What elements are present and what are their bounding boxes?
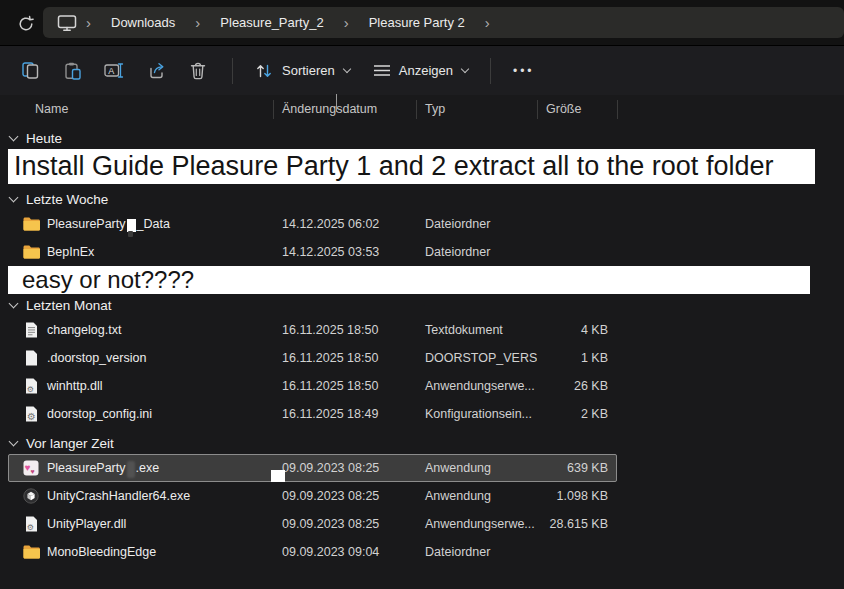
copy-button[interactable] — [12, 54, 48, 88]
folder-icon — [22, 216, 40, 233]
file-name: UnityCrashHandler64.exe — [8, 482, 273, 510]
svg-text:⚙: ⚙ — [26, 385, 33, 394]
file-type: Dateiordner — [416, 238, 537, 266]
file-type: Anwendung — [416, 482, 537, 510]
copy-icon — [22, 62, 39, 79]
column-header-type[interactable]: Typ — [416, 95, 537, 123]
breadcrumb-item-pleasure-party-2-zip[interactable]: Pleasure_Party_2 — [209, 7, 334, 38]
file-type: Dateiordner — [416, 538, 537, 566]
more-options-button[interactable]: ••• — [501, 54, 547, 88]
share-icon — [148, 62, 165, 79]
group-header-heute[interactable]: Heute — [0, 123, 844, 149]
column-header-date[interactable]: Änderungsdatum — [273, 95, 416, 123]
group-header-letzten-monat[interactable]: Letzten Monat — [0, 294, 844, 316]
cursor-artifact — [127, 219, 136, 232]
file-size — [537, 238, 617, 266]
title-bar: › Downloads › Pleasure_Party_2 › Pleasur… — [0, 0, 844, 45]
file-row[interactable]: UnityCrashHandler64.exe09.09.2023 08:25A… — [8, 482, 617, 510]
rename-button[interactable]: A — [96, 54, 132, 88]
toolbar-divider — [490, 58, 491, 84]
chevron-right-icon[interactable]: › — [476, 7, 499, 38]
breadcrumb-item-downloads[interactable]: Downloads — [100, 7, 186, 38]
svg-text:A: A — [108, 66, 114, 76]
chevron-right-icon[interactable]: › — [77, 7, 100, 38]
file-date: 16.11.2025 18:50 — [273, 344, 416, 372]
desktop-icon[interactable] — [57, 14, 77, 32]
view-menu-button[interactable]: Anzeigen — [362, 54, 480, 88]
file-name: ⚙winhttp.dll — [8, 372, 273, 400]
svg-text:⚙: ⚙ — [27, 411, 36, 422]
paint-artifact — [271, 470, 285, 482]
file-name: PleasureParty_Data — [8, 210, 273, 238]
file-date: 16.11.2025 18:50 — [273, 372, 416, 400]
breadcrumb: › Downloads › Pleasure_Party_2 › Pleasur… — [43, 7, 844, 38]
sort-menu-label: Sortieren — [282, 63, 335, 78]
group-rows-letzten-monat: changelog.txt16.11.2025 18:50Textdokumen… — [0, 316, 844, 428]
blur-artifact — [127, 461, 135, 478]
share-button[interactable] — [138, 54, 174, 88]
chevron-right-icon[interactable]: › — [186, 7, 209, 38]
file-name: ⚙UnityPlayer.dll — [8, 510, 273, 538]
breadcrumb-item-pleasure-party-2[interactable]: Pleasure Party 2 — [358, 7, 476, 38]
column-divider[interactable] — [273, 100, 274, 119]
file-type: Anwendungserwe... — [416, 510, 537, 538]
group-header-letzte-woche[interactable]: Letzte Woche — [0, 188, 844, 210]
group-header-vor-langer-zeit[interactable]: Vor langer Zeit — [0, 432, 844, 454]
chevron-down-icon — [343, 64, 351, 72]
column-divider[interactable] — [537, 100, 538, 119]
file-date: 14.12.2025 06:02 — [273, 210, 416, 238]
group-label: Vor langer Zeit — [26, 436, 114, 451]
delete-button[interactable] — [180, 54, 216, 88]
file-type: DOORSTOP_VERSI... — [416, 344, 537, 372]
chevron-down-icon — [9, 131, 19, 141]
sort-icon — [255, 63, 273, 79]
question-banner: easy or not???? — [8, 266, 810, 294]
trash-icon — [190, 62, 206, 80]
file-row[interactable]: BepInEx14.12.2025 03:53Dateiordner — [8, 238, 617, 266]
text-file-icon — [22, 322, 40, 339]
file-date: 16.11.2025 18:49 — [273, 400, 416, 428]
file-row[interactable]: ⚙doorstop_config.ini16.11.2025 18:49Konf… — [8, 400, 617, 428]
file-date: 09.09.2023 08:25 — [273, 482, 416, 510]
file-row[interactable]: ♥♥PleasureParty.exe09.09.2023 08:25Anwen… — [8, 454, 617, 482]
folder-icon — [22, 244, 40, 261]
chevron-down-icon — [9, 436, 19, 446]
command-toolbar: A Sortieren Anzeigen — [0, 45, 844, 95]
rename-icon: A — [104, 62, 124, 79]
file-row[interactable]: PleasureParty_Data14.12.2025 06:02Dateio… — [8, 210, 617, 238]
paste-icon — [64, 62, 81, 80]
file-date: 09.09.2023 08:25 — [273, 510, 416, 538]
file-name: MonoBleedingEdge — [8, 538, 273, 566]
svg-text:⚙: ⚙ — [26, 523, 33, 532]
file-row[interactable]: changelog.txt16.11.2025 18:50Textdokumen… — [8, 316, 617, 344]
file-date: 16.11.2025 18:50 — [273, 316, 416, 344]
view-icon — [374, 64, 390, 77]
chevron-down-icon — [461, 64, 469, 72]
file-row[interactable]: MonoBleedingEdge09.09.2023 09:04Dateiord… — [8, 538, 617, 566]
file-size: 26 KB — [537, 372, 617, 400]
paste-button[interactable] — [54, 54, 90, 88]
file-size — [537, 538, 617, 566]
toolbar-divider — [232, 58, 233, 84]
file-name: changelog.txt — [8, 316, 273, 344]
file-name: ♥♥PleasureParty.exe — [8, 454, 273, 482]
file-name: ⚙doorstop_config.ini — [8, 400, 273, 428]
file-type: Konfigurationsein... — [416, 400, 537, 428]
file-row[interactable]: ⚙winhttp.dll16.11.2025 18:50Anwendungser… — [8, 372, 617, 400]
chevron-down-icon — [9, 298, 19, 308]
file-row[interactable]: .doorstop_version16.11.2025 18:50DOORSTO… — [8, 344, 617, 372]
refresh-button[interactable] — [14, 13, 38, 35]
column-divider[interactable] — [617, 100, 618, 119]
dll-file-icon: ⚙ — [22, 516, 40, 533]
file-type: Anwendung — [416, 454, 537, 482]
file-type: Anwendungserwe... — [416, 372, 537, 400]
chevron-right-icon[interactable]: › — [335, 7, 358, 38]
column-divider[interactable] — [416, 100, 417, 119]
sort-menu-button[interactable]: Sortieren — [243, 54, 362, 88]
folder-icon — [22, 544, 40, 561]
file-type: Textdokument — [416, 316, 537, 344]
column-header-name[interactable]: Name — [8, 95, 273, 123]
column-header-size[interactable]: Größe — [537, 95, 617, 123]
file-row[interactable]: ⚙UnityPlayer.dll09.09.2023 08:25Anwendun… — [8, 510, 617, 538]
file-size: 28.615 KB — [537, 510, 617, 538]
